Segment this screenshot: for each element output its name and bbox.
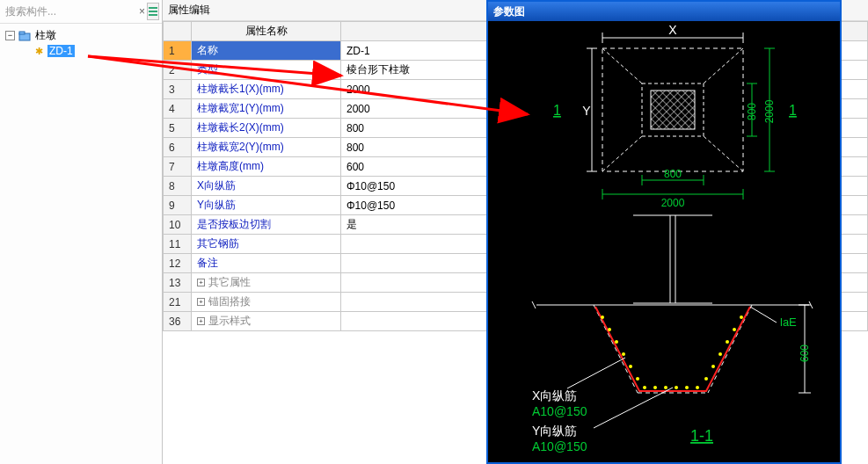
svg-point-45 <box>622 352 625 356</box>
collapse-icon[interactable]: − <box>5 31 15 40</box>
prop-name: X向纵筋 <box>192 177 341 196</box>
tree-panel: × − 柱墩 ✱ ZD-1 <box>0 0 163 464</box>
dim-inner-h: 800 <box>746 103 758 120</box>
dim-outer-h: 2000 <box>763 99 776 123</box>
svg-point-58 <box>733 328 736 331</box>
svg-rect-0 <box>149 7 157 9</box>
svg-point-48 <box>643 386 646 389</box>
row-number: 1 <box>164 41 192 61</box>
svg-point-51 <box>675 386 678 389</box>
row-number: 8 <box>164 177 192 196</box>
prop-name: 柱墩截长1(X)(mm) <box>192 80 341 99</box>
prop-name: 柱墩截宽1(Y)(mm) <box>192 99 341 119</box>
row-number: 21 <box>164 293 192 312</box>
x-reinf-label: X向纵筋 <box>532 388 577 402</box>
tree-label-selected: ZD-1 <box>47 45 75 57</box>
dim-inner-w: 800 <box>664 168 682 180</box>
svg-point-47 <box>636 377 639 381</box>
prop-name: 其它钢筋 <box>192 235 341 254</box>
row-number: 5 <box>164 119 192 138</box>
svg-line-60 <box>750 307 777 323</box>
row-number: 12 <box>164 254 192 273</box>
prop-name: +锚固搭接 <box>192 293 341 312</box>
expand-icon[interactable]: + <box>197 298 205 306</box>
tree-label: 柱墩 <box>33 28 58 43</box>
svg-point-55 <box>711 365 715 368</box>
svg-point-54 <box>704 377 708 381</box>
svg-point-50 <box>664 386 667 389</box>
y-reinf-value: A10@150 <box>532 439 587 453</box>
svg-point-59 <box>740 315 743 319</box>
tree-tool-button[interactable] <box>147 3 159 20</box>
svg-line-15 <box>704 136 743 171</box>
row-number: 36 <box>164 312 192 331</box>
diagram-canvas: X Y 800 <box>488 21 840 462</box>
row-number: 6 <box>164 138 192 157</box>
svg-rect-2 <box>149 14 157 16</box>
search-input[interactable] <box>4 4 139 18</box>
svg-line-14 <box>602 136 642 171</box>
diagram-window: 参数图 <box>486 0 842 464</box>
svg-point-57 <box>726 340 729 344</box>
svg-point-49 <box>653 386 657 389</box>
prop-name: +其它属性 <box>192 273 341 293</box>
anchor-label: laE <box>780 315 797 329</box>
tree-body: − 柱墩 ✱ ZD-1 <box>0 24 162 464</box>
svg-point-43 <box>608 328 611 331</box>
prop-name: Y向纵筋 <box>192 196 341 215</box>
row-number: 13 <box>164 273 192 293</box>
row-number: 9 <box>164 196 192 215</box>
diagram-title: 参数图 <box>493 4 525 19</box>
tree-node-root[interactable]: − 柱墩 <box>2 27 160 44</box>
svg-rect-10 <box>651 91 695 129</box>
tree-node-child[interactable]: ✱ ZD-1 <box>2 44 160 58</box>
svg-point-53 <box>696 386 699 389</box>
row-number: 2 <box>164 61 192 80</box>
prop-name: 备注 <box>192 254 341 273</box>
gear-icon: ✱ <box>32 45 46 57</box>
expand-icon[interactable]: + <box>197 279 205 286</box>
y-reinf-label: Y向纵筋 <box>532 424 577 438</box>
prop-name: 是否按板边切割 <box>192 215 341 235</box>
x-reinf-value: A10@150 <box>532 404 587 418</box>
svg-point-44 <box>615 340 618 344</box>
col-header-name: 属性名称 <box>192 22 341 41</box>
expand-icon[interactable]: + <box>197 317 205 325</box>
svg-point-46 <box>629 365 632 368</box>
svg-line-40 <box>708 305 752 393</box>
prop-name: 柱墩高度(mm) <box>192 157 341 177</box>
dim-outer-w: 2000 <box>661 197 685 209</box>
dim-x-label: X <box>668 23 677 37</box>
prop-name: 柱墩截长2(X)(mm) <box>192 119 341 138</box>
row-number: 3 <box>164 80 192 99</box>
svg-point-56 <box>718 352 722 356</box>
section-label: 1-1 <box>690 427 713 445</box>
row-number: 7 <box>164 157 192 177</box>
col-header-num <box>164 22 192 41</box>
search-row: × <box>0 0 162 24</box>
diagram-titlebar[interactable]: 参数图 <box>488 2 840 21</box>
prop-name: +显示样式 <box>192 312 341 331</box>
section-mark-right: 1 <box>789 103 797 118</box>
prop-name: 名称 <box>192 41 341 61</box>
svg-line-39 <box>594 305 638 393</box>
svg-line-13 <box>704 48 743 83</box>
row-number: 11 <box>164 235 192 254</box>
row-number: 4 <box>164 99 192 119</box>
section-mark-left: 1 <box>553 103 561 118</box>
clear-search-icon[interactable]: × <box>139 5 145 18</box>
prop-name: 柱墩截宽2(Y)(mm) <box>192 138 341 157</box>
dim-height: 600 <box>799 344 811 362</box>
folder-icon <box>18 30 32 42</box>
svg-point-52 <box>685 386 689 389</box>
svg-line-65 <box>594 388 673 428</box>
dim-y-label: Y <box>582 104 591 118</box>
svg-line-12 <box>602 48 642 83</box>
prop-name: 类型 <box>192 61 341 80</box>
svg-line-64 <box>567 358 625 388</box>
svg-rect-1 <box>149 11 157 12</box>
row-number: 10 <box>164 215 192 235</box>
svg-point-42 <box>601 315 604 319</box>
svg-rect-4 <box>19 32 25 34</box>
